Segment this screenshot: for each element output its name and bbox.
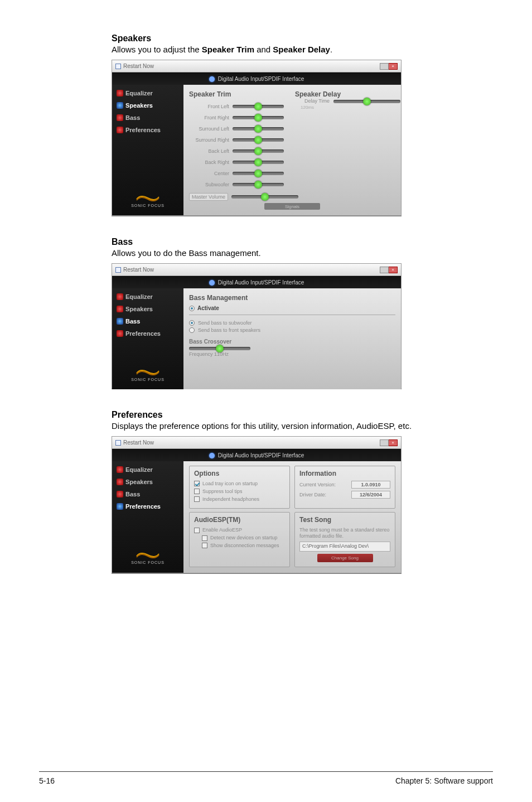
slider-thumb[interactable]: [216, 345, 224, 352]
sidebar-item-bass[interactable]: Bass: [112, 488, 183, 500]
close-button[interactable]: ×: [389, 267, 398, 273]
minimize-button[interactable]: [380, 439, 389, 446]
slider-thumb[interactable]: [254, 125, 262, 133]
master-slider[interactable]: [231, 195, 298, 199]
mode-row[interactable]: Digital Audio Input/SPDIF Interface: [112, 449, 401, 461]
mode-row[interactable]: Digital Audio Input/SPDIF Interface: [112, 276, 401, 288]
window-titlebar: Restart Now ×: [112, 437, 401, 449]
activate-row[interactable]: Activate: [189, 305, 395, 311]
slider-thumb[interactable]: [254, 181, 262, 189]
sidebar-label: Bass: [125, 114, 140, 121]
slider-thumb[interactable]: [254, 170, 262, 177]
trim-back-left: Back Left: [189, 146, 297, 156]
brand-text: SONIC FOCUS: [131, 561, 165, 564]
slider-label: Back Left: [189, 148, 229, 154]
brand-logo: SONIC FOCUS: [112, 542, 183, 573]
slider[interactable]: [233, 127, 284, 131]
test-song-desc: The test song must be a standard stereo …: [299, 527, 390, 539]
preferences-heading: Preferences: [112, 410, 493, 420]
slider[interactable]: [233, 105, 284, 108]
signals-button[interactable]: Signals: [264, 203, 320, 210]
activate-label: Activate: [197, 305, 219, 311]
opt-load-tray[interactable]: Load tray icon on startup: [194, 481, 285, 487]
current-version-value: 1.0.0910: [351, 481, 390, 489]
speakers-heading: Speakers: [112, 33, 493, 44]
mode-label: Digital Audio Input/SPDIF Interface: [218, 279, 304, 286]
esp-show-disconnect[interactable]: Show disconnection messages: [194, 543, 285, 549]
led-icon: [117, 466, 123, 473]
close-button[interactable]: ×: [389, 439, 398, 446]
preferences-desc: Displays the preference options for this…: [112, 421, 493, 431]
preferences-window: Restart Now × Digital Audio Input/SPDIF …: [112, 436, 402, 573]
led-icon: [117, 90, 123, 96]
radio-icon[interactable]: [189, 320, 195, 326]
window-titlebar: Restart Now ×: [112, 60, 401, 73]
led-icon: [117, 102, 123, 109]
bass-opt-front[interactable]: Send bass to front speakers: [189, 327, 395, 333]
slider-thumb[interactable]: [254, 158, 262, 166]
sidebar-item-speakers[interactable]: Speakers: [112, 476, 183, 488]
checkbox-icon[interactable]: [194, 489, 200, 494]
change-song-button[interactable]: Change Song: [317, 554, 373, 562]
master-volume-button[interactable]: Master Volume: [189, 193, 228, 201]
brand-text: SONIC FOCUS: [131, 204, 165, 207]
minimize-button[interactable]: [380, 63, 389, 70]
esp-enable[interactable]: Enable AudioESP: [194, 527, 285, 533]
slider-thumb[interactable]: [363, 98, 371, 105]
jewel-icon: [209, 76, 215, 82]
checkbox-icon[interactable]: [202, 535, 207, 541]
bass-mgmt-header: Bass Management: [189, 293, 395, 305]
trim-center: Center: [189, 168, 297, 178]
options-box: Options Load tray icon on startup Suppre…: [189, 466, 290, 509]
mode-row[interactable]: Digital Audio Input/SPDIF Interface: [112, 73, 401, 85]
checkbox-icon[interactable]: [194, 496, 200, 502]
sidebar-item-preferences[interactable]: Preferences: [112, 124, 183, 136]
current-version-label: Current Version:: [299, 482, 336, 487]
close-button[interactable]: ×: [389, 63, 398, 70]
test-song-path[interactable]: C:\Program Files\Analog Dev\: [299, 542, 390, 552]
opt-independent-hp[interactable]: Independent headphones: [194, 496, 285, 503]
checkbox-icon[interactable]: [194, 528, 200, 533]
sidebar-item-equalizer[interactable]: Equalizer: [112, 463, 183, 476]
sidebar-item-preferences[interactable]: Preferences: [112, 327, 183, 340]
slider[interactable]: [233, 183, 284, 186]
sidebar-item-speakers[interactable]: Speakers: [112, 99, 183, 112]
delay-slider[interactable]: [333, 100, 400, 103]
slider-thumb[interactable]: [254, 114, 262, 122]
radio-icon[interactable]: [189, 327, 195, 333]
led-icon: [117, 491, 123, 497]
slider-thumb[interactable]: [261, 193, 269, 201]
mode-label: Digital Audio Input/SPDIF Interface: [218, 452, 304, 458]
slider-thumb[interactable]: [254, 147, 262, 155]
bass-opt-subwoofer[interactable]: Send bass to subwoofer: [189, 320, 395, 326]
slider[interactable]: [233, 116, 284, 119]
slider[interactable]: [233, 172, 284, 175]
sidebar-item-speakers[interactable]: Speakers: [112, 303, 183, 315]
sidebar-item-equalizer[interactable]: Equalizer: [112, 291, 183, 303]
window-title: Restart Now: [123, 63, 154, 69]
esp-detect[interactable]: Detect new devices on startup: [194, 535, 285, 541]
checkbox-label: Suppress tool tips: [202, 489, 243, 495]
slider[interactable]: [233, 161, 284, 164]
minimize-button[interactable]: [380, 267, 389, 273]
slider[interactable]: [233, 138, 284, 142]
checkbox-icon[interactable]: [202, 543, 207, 548]
sidebar-item-equalizer[interactable]: Equalizer: [112, 87, 183, 99]
slider-thumb[interactable]: [254, 103, 262, 110]
checkbox-icon[interactable]: [194, 481, 200, 486]
sidebar-item-preferences[interactable]: Preferences: [112, 500, 183, 513]
slider[interactable]: [233, 149, 284, 153]
activate-radio-icon[interactable]: [189, 306, 195, 311]
crossover-slider[interactable]: [189, 347, 250, 350]
app-icon: [115, 64, 121, 69]
sidebar-label: Bass: [125, 318, 140, 325]
sidebar-item-bass[interactable]: Bass: [112, 112, 183, 124]
page-number: 5-16: [39, 776, 55, 785]
checkbox-label: Load tray icon on startup: [202, 481, 258, 487]
text: .: [330, 45, 332, 54]
slider-thumb[interactable]: [254, 136, 262, 144]
sidebar-item-bass[interactable]: Bass: [112, 315, 183, 327]
bass-desc: Allows you to do the Bass management.: [112, 248, 493, 258]
opt-suppress-tips[interactable]: Suppress tool tips: [194, 489, 285, 495]
slider-label: Back Right: [189, 160, 229, 165]
